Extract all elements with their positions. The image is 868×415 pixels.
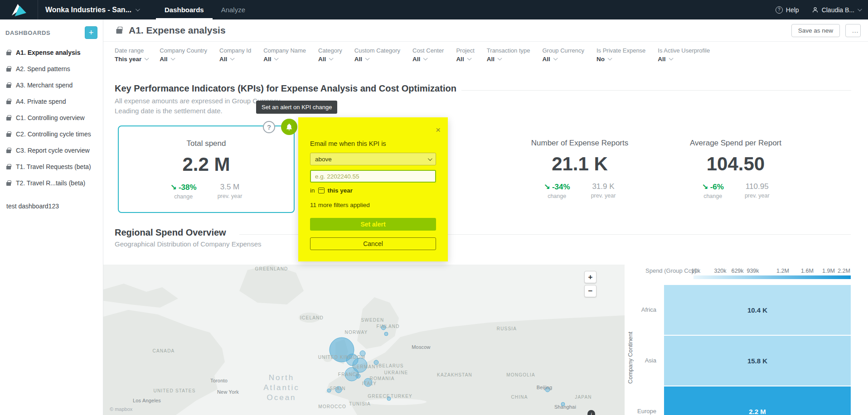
kpi-alert-bell-button[interactable] [281,119,297,135]
filter-cost-center[interactable]: Cost Center All [412,47,444,63]
map-label-country: SPAIN [330,386,345,391]
topbar: Wonka Industries - San... Dashboards Ana… [0,0,868,19]
bar-africa[interactable]: 10.4 K [664,285,851,335]
zoom-in-button[interactable]: + [584,271,596,283]
app-logo[interactable] [0,0,38,19]
bar-europe[interactable]: 2.2 M [664,386,851,415]
map-label-country: ITALY [362,381,377,386]
sidebar-item-test-dashboard[interactable]: test dashboard123 [0,198,103,214]
filter-project[interactable]: Project All [456,47,474,63]
filter-category[interactable]: Category All [318,47,342,63]
regional-subtitle: Geographical Distribution of Company Exp… [115,240,262,248]
main-nav: Dashboards Analyze [156,0,254,19]
scale-tick: 10k [691,268,700,274]
alert-condition-select[interactable]: above [310,153,436,165]
map-label-country: UNITED KINGDOM [318,355,366,360]
divider [461,90,851,91]
sidebar-item-a1-expense-analysis[interactable]: A1. Expense analysis [0,44,103,61]
alert-threshold-input[interactable] [310,170,436,183]
help-icon: ? [776,6,783,14]
sidebar-item-a4-private-spend[interactable]: A4. Private spend [0,93,103,110]
sidebar-item-t1-travel-requests[interactable]: T1. Travel Requests (beta) [0,159,103,175]
tab-dashboards[interactable]: Dashboards [156,0,213,19]
kpi-info-button[interactable]: ? [263,121,275,133]
chevron-down-icon [858,7,862,11]
filter-company-id[interactable]: Company Id All [219,47,251,63]
scale-tick: 939k [747,268,759,274]
user-menu[interactable]: Claudia B... [812,6,861,14]
spend-bubble[interactable] [384,332,388,336]
chevron-down-icon [669,56,673,60]
continent-bar-chart: 10.4 K 15.8 K 2.2 M [664,285,851,415]
y-axis-label: Company Continent [627,313,634,403]
category-label: Europe [602,408,656,415]
sidebar-item-a2-spend-patterns[interactable]: A2. Spend patterns [0,61,103,77]
set-alert-button[interactable]: Set alert [310,218,436,231]
map-label-country: JAPAN [575,395,592,400]
more-options-button[interactable]: ... [845,24,861,37]
filter-group-currency[interactable]: Group Currency All [542,47,584,63]
map-label-country: NORWAY [345,330,368,335]
filter-is-private-expense[interactable]: Is Private Expense No [596,47,645,63]
map-label-country: FRANCE [338,372,360,377]
chevron-down-icon [230,56,235,60]
filter-is-active-userprofile[interactable]: Is Active Userprofile All [658,47,710,63]
kpi-section-title: Key Performance Indicators (KPIs) for Ex… [115,83,456,94]
map-label-country: TUNISIA [349,401,371,406]
page-actions: Save as new ... [791,24,861,37]
chevron-down-icon [498,56,502,60]
map-label-city: Shanghai [554,404,576,410]
bar-asia[interactable]: 15.8 K [664,336,851,386]
filter-company-country[interactable]: Company Country All [160,47,207,63]
logo-icon [10,3,28,17]
add-dashboard-button[interactable]: + [85,26,97,39]
map-label-country: ICELAND [300,315,324,320]
company-name: Wonka Industries - San... [45,6,131,14]
trend-down-icon: ↘ [170,183,177,192]
chevron-down-icon [145,56,149,60]
kpi-number-of-expense-reports[interactable]: Number of Expense Reports 21.1 K ↘-34% c… [507,139,652,199]
map-label-city: Beijing [537,385,552,390]
scale-tick: 1.2M [776,268,789,274]
map-label-country: GREENLAND [255,266,288,271]
kpi-average-spend-per-report[interactable]: Average Spend per Report 104.50 ↘-6% cha… [663,139,808,199]
map-label-country: CANADA [153,348,175,353]
filter-company-name[interactable]: Company Name All [263,47,306,63]
kpi-card-total-spend[interactable]: Total spend 2.2 M ↘-38% change 3.5 M pre… [118,125,295,213]
help-label: Help [786,6,799,14]
sidebar-item-t2-travel-details[interactable]: T2. Travel R...tails (beta) [0,175,103,191]
alert-popup-title: Email me when this KPI is [310,140,386,147]
map-label-country: CHINA [511,395,528,400]
sidebar-item-c3-report-cycle-overview[interactable]: C3. Report cycle overview [0,142,103,159]
lock-icon [6,166,11,169]
cancel-button[interactable]: Cancel [310,237,436,250]
spend-map[interactable]: GREENLAND ICELAND CANADA NORWAY SWEDEN F… [103,265,625,415]
help-button[interactable]: ? Help [776,6,799,14]
kpi-subtitle-2: Leading date is the settlement date. [115,107,223,115]
chevron-down-icon [423,56,428,60]
save-as-new-button[interactable]: Save as new [791,24,840,37]
zoom-out-button[interactable]: − [584,285,596,297]
info-icon[interactable]: i [587,410,595,415]
company-selector[interactable]: Wonka Industries - San... [45,6,139,14]
map-label-country: ROMANIA [369,376,394,381]
filter-custom-category[interactable]: Custom Category All [354,47,400,63]
filter-date-range[interactable]: Date range This year [115,47,147,63]
lock-icon [6,84,11,88]
chevron-down-icon [136,7,140,11]
chevron-down-icon [467,56,471,60]
topbar-right: ? Help Claudia B... [776,6,868,14]
scale-tick: 1.9M [822,268,835,274]
close-icon[interactable]: × [436,125,441,134]
lock-icon [116,29,122,34]
filter-transaction-type[interactable]: Transaction type All [487,47,530,63]
sidebar-item-c2-controlling-cycle-times[interactable]: C2. Controlling cycle times [0,126,103,142]
sidebar-item-c1-controlling-overview[interactable]: C1. Controlling overview [0,110,103,126]
chevron-down-icon [170,56,175,60]
sidebar-item-a3-merchant-spend[interactable]: A3. Merchant spend [0,77,103,93]
map-label-country: MOROCCO [318,404,346,409]
scale-tick: 2.2M [838,268,850,274]
tab-analyze[interactable]: Analyze [213,0,254,19]
alert-filters-note: 11 more filters applied [310,202,370,208]
map-label-country: FINLAND [376,324,399,329]
